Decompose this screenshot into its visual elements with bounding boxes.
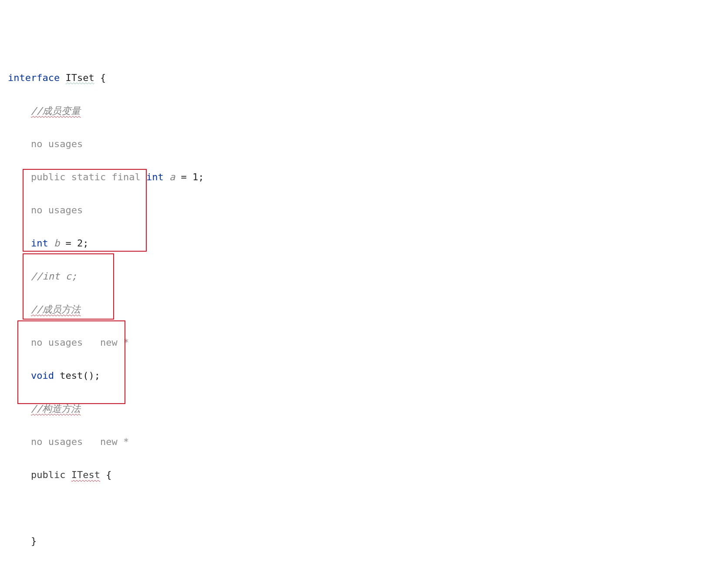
code-line[interactable]: //成员方法 bbox=[8, 301, 728, 318]
comment: //构造方法 bbox=[31, 403, 81, 414]
code-line[interactable]: no usages bbox=[8, 136, 728, 152]
usage-hint: no usages bbox=[31, 436, 83, 447]
type-name: ITset bbox=[65, 72, 94, 83]
method-name: test bbox=[54, 370, 83, 381]
code-line[interactable]: //int c; bbox=[8, 268, 728, 285]
usage-hint: new * bbox=[100, 337, 129, 348]
usage-hint: no usages bbox=[31, 337, 83, 348]
code-line[interactable]: //构造方法 bbox=[8, 401, 728, 417]
comment: //int c; bbox=[31, 271, 77, 282]
var-name: b bbox=[48, 238, 66, 249]
code-line[interactable]: no usages bbox=[8, 202, 728, 219]
usage-hint: no usages bbox=[31, 205, 83, 216]
code-line[interactable]: public static final int a = 1; bbox=[8, 169, 728, 185]
comment: //成员方法 bbox=[31, 304, 81, 315]
code-line[interactable]: int b = 2; bbox=[8, 235, 728, 252]
keyword-int: int bbox=[31, 238, 48, 249]
var-name: a bbox=[164, 172, 181, 182]
code-line[interactable]: no usages new * bbox=[8, 334, 728, 351]
keyword-int: int bbox=[146, 172, 164, 182]
code-line[interactable]: //成员变量 bbox=[8, 103, 728, 119]
keyword-interface: interface bbox=[8, 72, 60, 83]
brace: } bbox=[31, 536, 37, 546]
usage-hint: new * bbox=[100, 436, 129, 447]
code-line[interactable]: } bbox=[8, 533, 728, 549]
modifier: public static final bbox=[31, 172, 146, 182]
code-line[interactable]: void test(); bbox=[8, 367, 728, 384]
code-line[interactable]: no usages new * bbox=[8, 434, 728, 450]
type-name: ITest bbox=[71, 469, 100, 480]
usage-hint: no usages bbox=[31, 138, 83, 149]
keyword-void: void bbox=[31, 370, 54, 381]
comment: //成员变量 bbox=[31, 105, 81, 116]
brace: { bbox=[100, 72, 106, 83]
modifier: public bbox=[31, 469, 71, 480]
annotation-box-3 bbox=[17, 320, 125, 404]
code-line[interactable] bbox=[8, 500, 728, 516]
code-line[interactable]: interface ITset { bbox=[8, 70, 728, 86]
code-line[interactable]: public ITest { bbox=[8, 467, 728, 483]
